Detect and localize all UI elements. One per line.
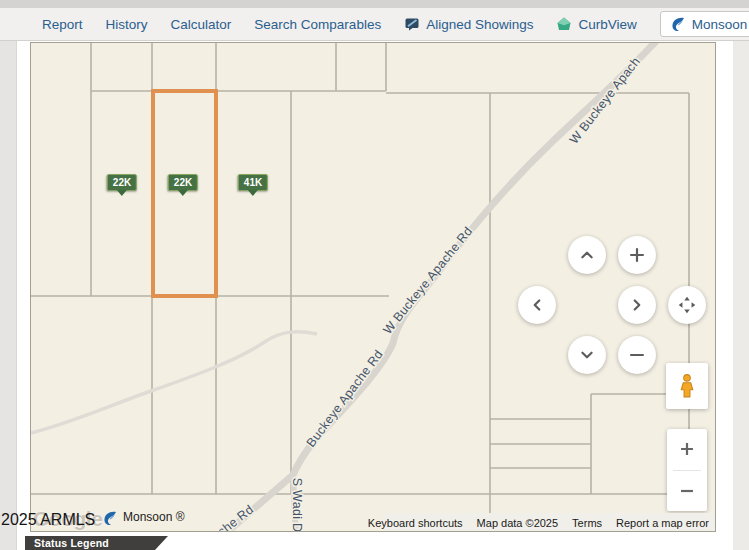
- left-gutter: [0, 41, 17, 550]
- road-label: W Buckeye Apache Rd: [380, 224, 475, 337]
- zoom-out-button[interactable]: [618, 336, 656, 374]
- road-labels: W Buckeye Apach W Buckeye Apache Rd Buck…: [197, 54, 643, 532]
- road-label: W Buckeye Apach: [567, 54, 643, 146]
- report-map-error-link[interactable]: Report a map error: [616, 517, 709, 529]
- pegman-button[interactable]: [666, 363, 708, 409]
- tab-label: CurbView: [578, 17, 636, 32]
- map-attribution: Keyboard shortcuts Map data ©2025 Terms …: [384, 513, 715, 532]
- pan-right-button[interactable]: [618, 286, 656, 324]
- pan-up-button[interactable]: [568, 236, 606, 274]
- zoom-control: [667, 429, 707, 511]
- map-zoom-out-button[interactable]: [667, 471, 707, 512]
- monsoon-mls-page: Report History Calculator Search Compara…: [0, 0, 749, 550]
- monsoon-swirl-icon: [102, 509, 118, 525]
- map-data-link[interactable]: Map data ©2025: [477, 517, 559, 529]
- armls-copyright: 2025 ARMLS: [1, 511, 95, 529]
- price-marker[interactable]: 22K: [107, 174, 137, 191]
- tab-label: Aligned Showings: [426, 17, 533, 32]
- pan-move-icon: [676, 294, 698, 316]
- tab-curbview[interactable]: CurbView: [556, 16, 636, 32]
- curbview-icon: [556, 16, 572, 32]
- monsoon-brand-label: Monsoon ®: [123, 510, 185, 524]
- zoom-in-button[interactable]: [618, 236, 656, 274]
- pan-left-button[interactable]: [518, 286, 556, 324]
- wash-path: [31, 332, 317, 433]
- recenter-button[interactable]: [668, 286, 706, 324]
- parcel-map: W Buckeye Apach W Buckeye Apache Rd Buck…: [31, 43, 716, 532]
- keyboard-shortcuts-link[interactable]: Keyboard shortcuts: [368, 517, 463, 529]
- map-zoom-in-button[interactable]: [667, 429, 707, 470]
- monsoon-swirl-icon: [670, 16, 686, 32]
- pegman-icon: [674, 371, 700, 401]
- chevron-left-icon: [535, 300, 540, 309]
- map-canvas[interactable]: W Buckeye Apach W Buckeye Apache Rd Buck…: [30, 42, 716, 532]
- status-legend-bar[interactable]: Status Legend: [25, 536, 168, 550]
- tab-monsoon[interactable]: Monsoon: [660, 11, 749, 37]
- chevron-down-icon: [582, 353, 591, 358]
- road-label: S Wadi D: [290, 478, 304, 532]
- tab-calculator[interactable]: Calculator: [171, 17, 232, 32]
- toolbar: Report History Calculator Search Compara…: [0, 8, 749, 41]
- chevron-right-icon: [635, 300, 640, 309]
- right-gutter: [733, 41, 749, 550]
- status-legend-label: Status Legend: [34, 537, 109, 549]
- chevron-up-icon: [582, 253, 591, 258]
- tab-report[interactable]: Report: [42, 17, 83, 32]
- tab-aligned-showings[interactable]: Aligned Showings: [404, 16, 533, 32]
- road-label: Buckeye Apache Rd: [304, 347, 386, 449]
- terms-link[interactable]: Terms: [572, 517, 602, 529]
- top-edge-bar: [0, 0, 749, 8]
- tab-history[interactable]: History: [106, 17, 148, 32]
- plus-icon: [681, 443, 693, 455]
- price-marker[interactable]: 41K: [238, 174, 268, 191]
- road-label: Apache Rd: [197, 502, 256, 532]
- price-marker[interactable]: 22K: [168, 174, 198, 191]
- pan-down-button[interactable]: [568, 336, 606, 374]
- plus-icon: [631, 249, 643, 261]
- tab-label: Monsoon: [692, 17, 748, 32]
- monsoon-brand: Monsoon ®: [102, 509, 185, 525]
- aligned-showings-icon: [404, 16, 420, 32]
- tab-search-comparables[interactable]: Search Comparables: [254, 17, 381, 32]
